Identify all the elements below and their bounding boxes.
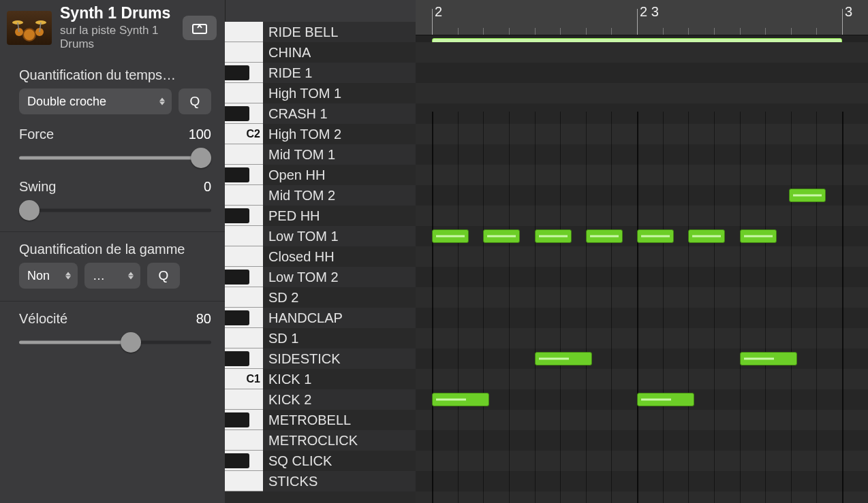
drum-name-label: High TOM 2 bbox=[263, 127, 341, 142]
time-quantize-dropdown[interactable]: Double croche bbox=[19, 88, 172, 114]
swing-label: Swing bbox=[19, 179, 56, 195]
midi-note[interactable] bbox=[432, 393, 489, 406]
velocity-value: 80 bbox=[196, 311, 211, 327]
popover-button[interactable] bbox=[183, 16, 217, 40]
drum-row[interactable]: RIDE BELL bbox=[225, 22, 416, 42]
drum-row[interactable]: Low TOM 1 bbox=[225, 226, 416, 246]
scale-quantize-label: Quantification de la gamme bbox=[19, 242, 185, 257]
drum-name-label: SD 1 bbox=[263, 331, 298, 346]
drum-name-label: METROCLICK bbox=[263, 433, 358, 449]
drum-row[interactable]: CRASH 1 bbox=[225, 103, 416, 124]
drum-row[interactable]: CHINA bbox=[225, 42, 416, 63]
drum-name-label: Open HH bbox=[263, 167, 325, 183]
drum-name-label: SIDESTICK bbox=[263, 351, 341, 367]
drum-row[interactable]: METROBELL bbox=[225, 410, 416, 430]
drum-name-label: Low TOM 2 bbox=[263, 270, 339, 285]
time-quantize-section: Quantification du temps… Double croche Q… bbox=[0, 58, 225, 232]
drum-name-label: PED HH bbox=[263, 208, 320, 224]
drumkit-icon bbox=[7, 11, 52, 45]
drum-row[interactable]: STICKS bbox=[225, 471, 416, 491]
drum-name-label: Low TOM 1 bbox=[263, 229, 339, 244]
drum-row[interactable]: PED HH bbox=[225, 206, 416, 226]
midi-note[interactable] bbox=[586, 229, 623, 243]
piano-roll-grid[interactable]: 22 33 Synth 1 Drums bbox=[416, 0, 868, 503]
region-title: Synth 1 Drums bbox=[60, 4, 183, 22]
drum-row[interactable]: Closed HH bbox=[225, 246, 416, 267]
time-ruler[interactable]: 22 33 bbox=[416, 0, 868, 35]
drum-row[interactable]: C2High TOM 2 bbox=[225, 124, 416, 144]
drum-name-label: RIDE BELL bbox=[263, 25, 338, 40]
scale-quantize-dropdown[interactable]: Non bbox=[19, 263, 78, 289]
drum-name-label: Mid TOM 2 bbox=[263, 188, 335, 204]
drum-row[interactable]: SQ CLICK bbox=[225, 451, 416, 471]
velocity-slider[interactable] bbox=[19, 334, 211, 351]
drum-name-label: STICKS bbox=[263, 474, 317, 489]
drum-name-label: KICK 2 bbox=[263, 392, 311, 408]
drum-name-label: CHINA bbox=[263, 45, 311, 61]
drum-name-label: RIDE 1 bbox=[263, 65, 312, 81]
drum-name-label: High TOM 1 bbox=[263, 86, 341, 101]
drum-name-label: Mid TOM 1 bbox=[263, 147, 335, 163]
velocity-label: Vélocité bbox=[19, 311, 67, 327]
force-slider[interactable] bbox=[19, 149, 211, 167]
time-quantize-apply-button[interactable]: Q bbox=[179, 88, 211, 114]
drum-row[interactable]: METROCLICK bbox=[225, 430, 416, 451]
swing-value: 0 bbox=[204, 179, 211, 195]
drum-row[interactable]: HANDCLAP bbox=[225, 308, 416, 328]
midi-note[interactable] bbox=[740, 229, 777, 243]
scale-quantize-apply-button[interactable]: Q bbox=[147, 263, 180, 289]
drum-row[interactable]: Low TOM 2 bbox=[225, 267, 416, 287]
drum-name-label: HANDCLAP bbox=[263, 310, 343, 326]
force-label: Force bbox=[19, 127, 54, 142]
midi-note[interactable] bbox=[535, 229, 572, 243]
scale-key-dropdown[interactable]: … bbox=[84, 263, 140, 289]
drum-name-label: KICK 1 bbox=[263, 372, 311, 387]
midi-note[interactable] bbox=[688, 229, 725, 243]
region-header: Synth 1 Drums sur la piste Synth 1 Drums bbox=[0, 0, 225, 58]
midi-note[interactable] bbox=[535, 352, 592, 366]
force-value: 100 bbox=[189, 127, 211, 142]
midi-note[interactable] bbox=[432, 229, 469, 243]
scale-quantize-section: Quantification de la gamme Non … Q bbox=[0, 232, 225, 302]
drum-name-label: METROBELL bbox=[263, 412, 351, 428]
drum-name-label: CRASH 1 bbox=[263, 106, 328, 122]
drum-row[interactable]: KICK 2 bbox=[225, 389, 416, 410]
drum-row[interactable]: SIDESTICK bbox=[225, 348, 416, 369]
drum-name-label: SD 2 bbox=[263, 290, 298, 306]
drum-row[interactable]: High TOM 1 bbox=[225, 83, 416, 103]
midi-note[interactable] bbox=[483, 229, 520, 243]
inspector-panel: Synth 1 Drums sur la piste Synth 1 Drums… bbox=[0, 0, 225, 503]
region-subtitle: sur la piste Synth 1 Drums bbox=[60, 24, 183, 51]
drum-row[interactable]: Mid TOM 1 bbox=[225, 144, 416, 165]
midi-note[interactable] bbox=[789, 189, 826, 202]
drum-row[interactable]: SD 1 bbox=[225, 328, 416, 348]
time-quantize-label: Quantification du temps… bbox=[19, 67, 176, 83]
drum-row[interactable]: Open HH bbox=[225, 165, 416, 185]
drum-name-label: Closed HH bbox=[263, 249, 335, 265]
swing-slider[interactable] bbox=[19, 201, 211, 219]
drum-name-label: SQ CLICK bbox=[263, 453, 332, 469]
velocity-section: Vélocité 80 bbox=[0, 302, 225, 363]
midi-note[interactable] bbox=[637, 393, 694, 406]
midi-note[interactable] bbox=[637, 229, 674, 243]
piano-roll-keys: RIDE BELLCHINARIDE 1High TOM 1CRASH 1C2H… bbox=[225, 0, 416, 503]
drum-row[interactable]: RIDE 1 bbox=[225, 63, 416, 83]
drum-row[interactable]: Mid TOM 2 bbox=[225, 185, 416, 206]
drum-row[interactable]: SD 2 bbox=[225, 287, 416, 308]
drum-row[interactable]: C1KICK 1 bbox=[225, 369, 416, 389]
midi-note[interactable] bbox=[740, 352, 797, 366]
